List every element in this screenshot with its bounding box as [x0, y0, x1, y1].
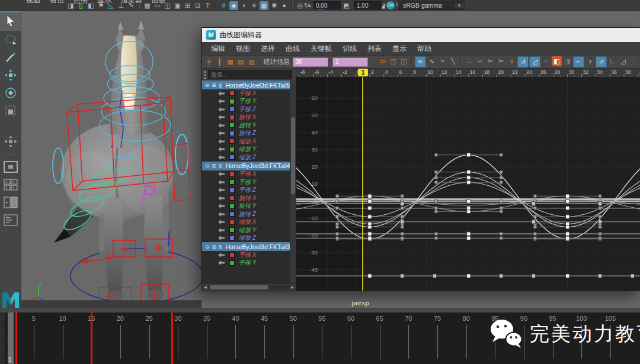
tangent-handle-end[interactable] [434, 233, 437, 236]
keyframe-point[interactable] [467, 232, 471, 236]
keyframe-point[interactable] [565, 222, 569, 226]
keyframe-point[interactable] [598, 202, 601, 205]
pin-channel-icon[interactable] [218, 259, 225, 266]
tree-vertical-scrollbar[interactable] [290, 80, 296, 284]
tangent-handle-end[interactable] [434, 153, 437, 156]
tangent-handle-end[interactable] [500, 237, 503, 240]
tangent-handle-end[interactable] [500, 181, 503, 184]
outliner-pane-layout[interactable] [0, 211, 21, 229]
keyframe-point[interactable] [565, 194, 569, 198]
pin-channel-icon[interactable] [218, 170, 225, 178]
make-live-icon[interactable]: ✺ [270, 1, 279, 10]
pivot-icon[interactable]: ⊥ [117, 1, 126, 10]
tangent-handle-end[interactable] [434, 176, 437, 179]
channel-row[interactable]: 平移 X [202, 251, 296, 259]
split-pane-layout[interactable]: + [0, 194, 21, 211]
collapse-icon[interactable]: ⊖ [204, 163, 210, 169]
menu-显示[interactable]: 显示 [387, 42, 412, 55]
auto-tangent-icon[interactable]: ⊿ [596, 56, 607, 67]
keyframe-point[interactable] [565, 215, 569, 218]
tangent-handle-end[interactable] [533, 233, 536, 236]
wedge-icon[interactable]: ◺ [107, 1, 116, 10]
insert-keys-icon[interactable]: ╂ [215, 57, 225, 67]
ghost-channel-icon[interactable]: ϶ [585, 56, 595, 66]
two-key-icon[interactable]: ∽ [475, 56, 485, 66]
channel-row[interactable]: 缩放 Z [202, 234, 296, 243]
tangent-handle-end[interactable] [533, 215, 536, 218]
channel-row[interactable]: 平移 X [202, 170, 296, 179]
field-chart-icon[interactable]: ⊞ [183, 1, 192, 10]
stacked-view-icon[interactable]: ∿ [427, 56, 437, 66]
current-frame-block[interactable]: 1 [8, 313, 14, 364]
tangent-handle-end[interactable] [336, 207, 339, 210]
tangent-handle-end[interactable] [401, 233, 404, 236]
keyframe-point[interactable] [565, 274, 569, 278]
keyframe-point[interactable] [499, 274, 503, 278]
linear-tangent-icon[interactable]: ◿ [618, 56, 628, 66]
flat-tangent-icon[interactable]: ⎍ [629, 56, 639, 66]
absolute-view-icon[interactable]: ∞ [415, 56, 426, 67]
pin-channel-icon[interactable] [218, 122, 225, 129]
expand-icon[interactable]: ⊞ [212, 82, 217, 88]
channel-row[interactable]: 旋转 Z [202, 210, 296, 218]
value-snap-icon[interactable]: ◨ [562, 56, 572, 66]
pin-channel-icon[interactable] [218, 211, 225, 218]
pin-channel-icon[interactable] [218, 218, 225, 226]
camera-lock-icon[interactable]: ◧ [87, 1, 95, 10]
unify-tangents-icon[interactable]: ✂ [496, 56, 506, 66]
bookmark-icon[interactable]: ⚑ [97, 1, 105, 10]
keyframe-point[interactable] [368, 199, 372, 203]
curve-graph-area[interactable]: 1 -8-6-4-2024681012141618202224262830323… [296, 69, 640, 291]
menu-曲线[interactable]: 曲线 [280, 42, 305, 55]
tangent-handle-end[interactable] [336, 215, 339, 218]
snap-surface-icon[interactable]: ◍ [260, 1, 268, 10]
channel-row[interactable]: 平移 Z [202, 186, 296, 195]
color-management-icon[interactable]: CM [386, 1, 395, 9]
region-select-keys-icon[interactable]: ▤ [236, 57, 246, 67]
break-tangents-icon[interactable]: ✂ [485, 56, 495, 66]
pencil-icon[interactable]: ✎ [127, 1, 136, 10]
key-marker-icon[interactable]: ◦ [541, 56, 551, 66]
gate-mask-icon[interactable]: ▣ [173, 1, 182, 10]
graph-editor-titlebar[interactable]: M 曲线图编辑器 [202, 28, 640, 42]
stat-value-field[interactable] [332, 57, 368, 67]
pin-channel-icon[interactable] [218, 202, 225, 210]
pin-channel-icon[interactable] [218, 252, 225, 259]
tangent-handle-end[interactable] [500, 153, 503, 156]
keyframe-point[interactable] [565, 199, 569, 203]
timeline-key-tick[interactable] [171, 313, 173, 364]
tangent-handle-end[interactable] [434, 170, 437, 173]
add-key-icon[interactable]: ∴ [464, 56, 474, 66]
tangent-handle-end[interactable] [599, 215, 601, 218]
normalized-view-icon[interactable]: ≈ [437, 56, 447, 66]
keyframe-point[interactable] [467, 170, 471, 174]
keyframe-point[interactable] [532, 220, 535, 224]
tangent-handle-end[interactable] [533, 237, 536, 240]
tangent-handle-end[interactable] [599, 233, 601, 236]
tangent-handle-end[interactable] [401, 226, 404, 228]
pin-channel-icon[interactable] [218, 106, 225, 113]
clipped-menu-item[interactable]: 视图 [26, 0, 40, 5]
time-snap-icon[interactable]: ◧ [552, 56, 562, 66]
frame-center-icon[interactable]: ◫ [388, 56, 398, 66]
tangent-handle-end[interactable] [336, 195, 339, 198]
tangent-handle-end[interactable] [500, 207, 503, 210]
tangent-handle-end[interactable] [434, 200, 437, 203]
stat-frame-field[interactable] [293, 57, 328, 67]
retime-keys-icon[interactable]: ▥ [247, 57, 257, 67]
keyframe-point[interactable] [368, 274, 372, 278]
channel-row[interactable]: 缩放 X [202, 137, 296, 146]
tangent-handle-end[interactable] [533, 207, 536, 210]
snap-camera-icon[interactable]: ◨ [66, 1, 75, 10]
tangent-handle-end[interactable] [500, 176, 503, 179]
tangent-handle-end[interactable] [336, 233, 339, 236]
menu-切线[interactable]: 切线 [337, 42, 362, 55]
spline-tangent-icon[interactable]: ∟ [607, 56, 617, 66]
keyframe-point[interactable] [467, 199, 471, 203]
tangent-handle-end[interactable] [336, 226, 339, 228]
channel-row[interactable]: 缩放 Z [202, 153, 296, 162]
snap-plane-icon[interactable]: ✳ [249, 1, 258, 10]
clipped-menu-item[interactable]: 着色 [50, 0, 64, 5]
menu-列表[interactable]: 列表 [362, 42, 387, 55]
pan-layout-tool[interactable] [0, 133, 21, 150]
